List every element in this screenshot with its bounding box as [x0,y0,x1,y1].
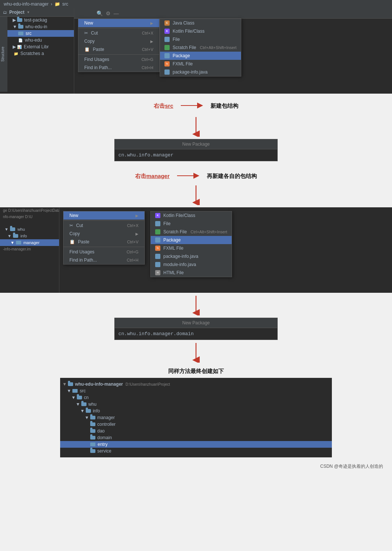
src-text: src [80,388,86,393]
ctx2-find-usages-label: Find Usages [69,249,94,255]
structure-tab[interactable]: Structure [0,17,7,92]
submenu-2: K Kotlin File/Class File Scratch File Ct… [150,211,232,277]
tree-item-test[interactable]: ▶ test-packag [7,17,74,23]
sub2-mod-info[interactable]: module-info.java [151,260,232,269]
tree-item-whu-edu[interactable]: 📄 whu-edu [7,37,74,43]
context-menu-2: New ▶ ✂ Cut Ctrl+X Copy ▶ 📋 Paste Ctrl+V [63,211,145,265]
ctx-paste[interactable]: 📋 Paste Ctrl+V [78,45,159,54]
breadcrumb-sep: › [51,1,52,7]
ctx2-paste-shortcut: Ctrl+V [127,240,138,244]
s2-spacer [0,220,59,226]
domain-text: domain [97,435,112,440]
ide-toolbar-1: 🔍 ⚙ — [74,8,392,19]
final-service[interactable]: service [60,448,332,454]
annotation-row-2: 右击manager 再新建各自的包结构 [0,166,392,182]
ctx2-cut[interactable]: ✂ Cut Ctrl+X [63,221,144,230]
ctx2-find-usages[interactable]: Find Usages Ctrl+G [63,248,144,256]
scratch-icon: 📁 [14,52,18,56]
sub2-file-label: File [163,221,170,226]
sub2-kotlin[interactable]: K Kotlin File/Class [151,211,232,220]
sub-pkg-info[interactable]: package-info.java [160,68,241,76]
cn-icon [77,396,82,399]
tree-item-extlib[interactable]: ▶ 📊 External Libr [7,43,74,50]
package-icon-sub [164,53,170,58]
ctx-find-usages-shortcut: Ctrl+G [141,57,153,62]
html2-icon: H [155,270,160,275]
sub2-file[interactable]: File [151,220,232,228]
sub2-fxml[interactable]: fx FXML File [151,244,232,252]
ctx2-paste-label: Paste [78,239,89,244]
breadcrumb-project[interactable]: whu-edu-info-manager [4,1,49,7]
sub2-scratch-shortcut: Ctrl+Alt+Shift+Insert [190,230,227,234]
final-info[interactable]: ▼ info [60,408,332,414]
ctx-cut-label: Cut [91,30,98,36]
ctx-find-path[interactable]: Find in Path... Ctrl+H [78,64,159,72]
project-tree-1: ▶ test-packag ▼ whu-edu-in src 📄 [7,17,74,92]
sub2-pkg-info[interactable]: package-info.java [151,252,232,260]
indent: ▶ [13,17,16,23]
dao-text: dao [97,428,105,434]
sub-kotlin[interactable]: K Kotlin File/Class [160,27,241,35]
project-panel-header: 🗂 Project ▼ [0,8,74,17]
annot1-arrow-wrapper [181,98,203,114]
sub-java-label: Java Class [173,20,195,26]
sub2-scratch[interactable]: Scratch File Ctrl+Alt+Shift+Insert [151,228,232,236]
info-indent: ▼ [80,408,85,414]
ctx-cut[interactable]: ✂ Cut Ctrl+X [78,29,159,37]
submenu-box-2: K Kotlin File/Class File Scratch File Ct… [150,211,232,277]
indent: ▼ [13,24,17,29]
tree-label: test-packag [24,17,47,23]
tree-item-scratch[interactable]: 📁 Scratches a [7,50,74,57]
arrow-down-4 [0,340,392,365]
ctx-new-label: New [84,20,93,26]
new-package-input-1[interactable] [115,149,277,161]
sub-fxml-label: FXML File [173,61,193,67]
final-whu[interactable]: ▼ whu [60,401,332,408]
final-domain[interactable]: domain [60,434,332,441]
ctrl-text: controller [97,422,115,427]
paste2-icon: 📋 [69,239,75,244]
sub-java[interactable]: C Java Class [160,19,241,27]
ctx2-sep-2 [63,247,144,247]
s2-manager[interactable]: ▼ manager [0,239,59,246]
final-src[interactable]: ▼ src [60,388,332,394]
new-package-dialog-1-wrapper: New Package [0,139,392,161]
ctx2-copy[interactable]: Copy ▶ [63,230,144,238]
sub-scratch[interactable]: Scratch File Ctrl+Alt+Shift+Insert [160,43,241,52]
context-menu-1: New ▶ ✂ Cut Ctrl+X Copy ▶ 📋 Paste Ctrl+V [78,19,160,72]
sub-package[interactable]: Package [160,52,241,60]
arrow-down-svg-4 [189,342,203,363]
ctx-find-path-label: Find in Path... [84,65,112,70]
s2-whu[interactable]: ▼ whu [0,226,59,233]
arrow-down-svg-3 [189,295,203,315]
ctx2-sep-1 [63,220,144,221]
new-package-dialog-2: New Package [114,318,278,340]
tree-label-whuedu: whu-edu [25,38,42,43]
sub-file[interactable]: File [160,35,241,43]
new-package-input-2[interactable] [115,328,277,340]
sub2-html[interactable]: H HTML File [151,269,232,277]
tree-item-src[interactable]: src [7,30,74,37]
dao-icon [90,429,95,433]
final-controller[interactable]: controller [60,421,332,428]
sub2-html-label: HTML File [163,270,184,275]
ctx2-new[interactable]: New ▶ [63,211,144,220]
ctx-find-usages[interactable]: Find Usages Ctrl+G [78,55,159,64]
whu2-text: whu [88,402,97,407]
final-manager[interactable]: ▼ manager [60,414,332,421]
ctx2-find-path[interactable]: Find in Path... Ctrl+H [63,256,144,264]
s2-info[interactable]: ▼ info [0,233,59,239]
ctx2-paste[interactable]: 📋 Paste Ctrl+V [63,238,144,246]
tree-item-whu[interactable]: ▼ whu-edu-in [7,23,74,30]
ctx-copy[interactable]: Copy ▶ [78,37,159,45]
service-text: service [97,448,111,454]
sub-fxml[interactable]: fx FXML File [160,60,241,68]
final-entry[interactable]: entry [60,441,332,448]
ctrl-icon [90,422,95,426]
cut2-icon: ✂ [69,223,73,228]
ctx-new[interactable]: New ▶ [78,19,159,27]
cn-text: cn [84,395,89,400]
final-dao[interactable]: dao [60,428,332,434]
final-cn[interactable]: ▼ cn [60,394,332,401]
sub2-package[interactable]: Package [151,236,232,244]
